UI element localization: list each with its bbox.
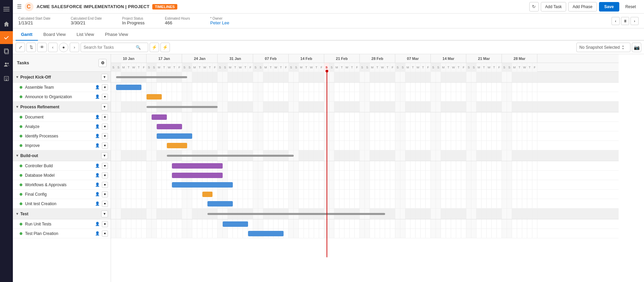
prev-arrow-button[interactable]: ‹ [612,17,620,25]
add-phase-button[interactable]: Add Phase [568,2,597,12]
task-expand-test-plan-creation[interactable]: ▼ [102,231,108,237]
nav-building[interactable] [0,72,13,85]
tab-board-view[interactable]: Board View [38,28,71,41]
task-expand-assemble-team[interactable]: ▼ [102,84,108,90]
gantt-col [461,190,466,199]
gantt-col [482,150,487,161]
gantt-bar-11[interactable] [172,182,233,188]
gantt-col [517,219,522,229]
nav-menu[interactable] [0,3,13,16]
task-dot-document [20,116,22,118]
gantt-bar-16[interactable] [248,231,284,236]
gantt-bar-13[interactable] [207,201,233,207]
view-toggle-button[interactable]: 👁 [37,43,47,52]
phase-expand-test[interactable]: ▼ [101,211,108,217]
gantt-chart[interactable]: 10 Jan17 Jan24 Jan31 Jan07 Feb14 Feb21 F… [111,54,644,282]
settings-icon[interactable]: ⚙ [98,59,107,67]
snapshot-dropdown[interactable]: No Snapshot Selected ▲ ▼ [576,43,630,52]
gantt-bar-1[interactable] [116,85,141,90]
gantt-col [385,141,390,150]
gantt-col [304,180,309,189]
tab-gantt[interactable]: Gantt [16,28,38,41]
gantt-bar-7[interactable] [167,143,187,148]
gantt-col [385,83,390,92]
task-expand-workflows[interactable]: ▼ [102,182,108,188]
add-task-button[interactable]: Add Task [541,2,566,12]
pause-button[interactable]: ⏸ [621,17,629,25]
gantt-bar-10[interactable] [172,173,223,178]
phase-header-kick-off[interactable]: ▼ Project Kick-Off ▼ [13,72,111,83]
reset-button[interactable]: Reset [621,2,640,12]
task-expand-identify[interactable]: ▼ [102,133,108,139]
gantt-bar-14[interactable] [207,213,385,215]
nav-check[interactable] [0,31,13,44]
task-expand-final-config[interactable]: ▼ [102,191,108,197]
gantt-col [512,171,517,180]
tab-phase-view[interactable]: Phase View [99,28,133,41]
search-input[interactable] [84,45,134,50]
prev-date-button[interactable]: ‹ [48,43,58,52]
save-button[interactable]: Save [599,2,619,12]
filter-button[interactable]: ⚡ [150,43,159,52]
day-cell-56: S [395,63,400,72]
gantt-col [466,83,471,92]
lightning-button[interactable]: ⚡ [160,43,170,52]
gantt-col [147,122,152,131]
gantt-col [116,219,121,229]
phase-expand-process[interactable]: ▼ [101,104,108,110]
task-expand-database[interactable]: ▼ [102,172,108,178]
refresh-button[interactable]: ↻ [529,2,539,12]
phase-header-test[interactable]: ▼ Test ▼ [13,209,111,219]
gantt-bar-4[interactable] [152,114,167,120]
task-expand-unit-test-creation[interactable]: ▼ [102,201,108,207]
task-expand-document[interactable]: ▼ [102,114,108,120]
gantt-col [395,131,400,140]
gantt-col [431,180,436,189]
gantt-col [441,171,446,180]
gantt-col [451,229,456,238]
gantt-col [238,180,243,189]
calc-end-label: Calculated End Date [71,17,102,20]
svg-rect-0 [3,7,9,8]
phase-header-buildout[interactable]: ▼ Build-out ▼ [13,150,111,161]
gantt-col [390,83,395,92]
gantt-col [522,83,527,92]
gantt-bar-2[interactable] [147,94,162,100]
expand-all-button[interactable]: ⤢ [16,43,25,52]
gantt-col [263,190,268,199]
hamburger-icon[interactable]: ☰ [17,3,22,10]
gantt-bar-0[interactable] [116,76,187,78]
phase-header-process[interactable]: ▼ Process Refinement ▼ [13,102,111,112]
gantt-bar-6[interactable] [157,133,192,139]
gantt-col [512,180,517,189]
gantt-bar-12[interactable] [202,192,213,197]
camera-button[interactable]: 📷 [632,43,641,52]
gantt-col [380,141,385,150]
phase-expand-kick-off[interactable]: ▼ [101,74,108,81]
gantt-col [253,72,258,82]
next-arrow-button[interactable]: › [630,17,639,25]
phase-expand-buildout[interactable]: ▼ [101,152,108,159]
task-expand-announce-org[interactable]: ▼ [102,94,108,100]
collapse-button[interactable]: ⇅ [26,43,36,52]
phase-label-test: Test [20,212,28,216]
gantt-bar-5[interactable] [157,124,182,129]
task-expand-analyze[interactable]: ▼ [102,124,108,130]
owner-value[interactable]: Peter Lee [210,20,229,25]
task-expand-run-unit-tests[interactable]: ▼ [102,221,108,227]
nav-home[interactable] [0,18,13,30]
nav-copy[interactable] [0,45,13,58]
gantt-bar-3[interactable] [147,106,218,108]
gantt-bar-8[interactable] [167,155,294,157]
next-date-button[interactable]: › [70,43,79,52]
toggle-icon: ▼ [16,75,19,79]
today-button[interactable]: ● [59,43,68,52]
gantt-bar-15[interactable] [223,221,248,227]
nav-people[interactable] [0,58,13,71]
task-expand-improve[interactable]: ▼ [102,143,108,149]
tab-list-view[interactable]: List View [71,28,99,41]
gantt-col [360,92,365,101]
task-expand-controller[interactable]: ▼ [102,163,108,169]
gantt-bar-9[interactable] [172,163,223,169]
gantt-col [461,219,466,229]
